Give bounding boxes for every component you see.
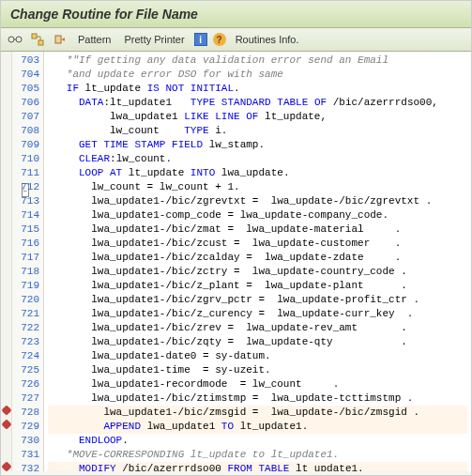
code-line[interactable]: GET TIME STAMP FIELD lw_stamp. (48, 138, 467, 152)
line-number: 723 (14, 335, 39, 349)
line-number: 716 (14, 237, 39, 251)
pretty-printer-button[interactable]: Pretty Printer (120, 34, 188, 45)
svg-rect-3 (38, 40, 43, 45)
code-line[interactable]: DATA:lt_update1 TYPE STANDARD TABLE OF /… (48, 96, 467, 110)
margin-row[interactable] (1, 136, 11, 150)
line-number: 731 (14, 448, 39, 462)
code-line[interactable]: *MOVE-CORRESPONDING lt_update to lt_upda… (48, 448, 467, 462)
code-line[interactable]: lwa_update1-/bic/zcust = lwa_update-cust… (48, 237, 467, 251)
margin-row[interactable] (1, 404, 11, 418)
margin-row[interactable] (1, 249, 11, 263)
code-line[interactable]: CLEAR:lw_count. (48, 152, 467, 166)
margin-row[interactable] (1, 390, 11, 404)
code-line[interactable]: lwa_update1-/bic/z_curency = lwa_update-… (48, 307, 467, 321)
code-line[interactable]: lwa_update1-/bic/zqty = lwa_update-qty . (48, 335, 467, 349)
margin-row[interactable] (1, 122, 11, 136)
margin-row[interactable] (1, 80, 11, 94)
line-number: 728 (14, 406, 39, 420)
window-header: Change Routine for File Name (1, 1, 471, 28)
margin-row[interactable] (1, 432, 11, 446)
margin-row[interactable] (1, 52, 11, 66)
code-line[interactable]: lwa_update1-time = sy-uzeit. (48, 363, 467, 377)
margin-row[interactable] (1, 319, 11, 333)
margin-row[interactable] (1, 178, 11, 192)
code-line[interactable]: lwa_update1-/bic/zgrv_pctr = lwa_update-… (48, 293, 467, 307)
margin-row[interactable] (1, 376, 11, 390)
code-line[interactable]: *"If getting any data validation error s… (48, 54, 467, 68)
margin-row[interactable] (1, 207, 11, 221)
margin-row[interactable] (1, 150, 11, 164)
code-line[interactable]: LOOP AT lt_update INTO lwa_update. (48, 166, 467, 180)
breakpoint-margin[interactable] (1, 52, 12, 471)
margin-row[interactable] (1, 361, 11, 376)
info-icon[interactable]: i (194, 33, 207, 46)
code-line[interactable]: MODIFY /bic/azerrrdso00 FROM TABLE lt_up… (48, 462, 467, 471)
line-number: 715 (14, 223, 39, 237)
line-number: 704 (14, 68, 39, 82)
margin-row[interactable] (1, 446, 11, 460)
code-line[interactable]: lwa_update1-/bic/zcalday = lwa_update-zd… (48, 251, 467, 265)
breakpoint-icon[interactable] (1, 405, 11, 415)
margin-row[interactable] (1, 333, 11, 347)
code-line[interactable]: lwa_update1-/bic/z_plant = lwa_update-pl… (48, 279, 467, 293)
margin-row[interactable] (1, 418, 11, 432)
code-line[interactable]: lwa_update1-date0 = sy-datum. (48, 349, 467, 363)
margin-row[interactable] (1, 291, 11, 305)
breakpoint-icon[interactable] (1, 419, 11, 429)
code-line[interactable]: lwa_update1-/bic/zrev = lwa_update-rev_a… (48, 321, 467, 335)
margin-row[interactable] (1, 94, 11, 108)
routines-info-button[interactable]: Routines Info. (232, 34, 303, 45)
margin-row[interactable] (1, 164, 11, 178)
code-line[interactable]: lw_count = lw_count + 1. (48, 180, 467, 194)
margin-row[interactable] (1, 347, 11, 361)
line-number: 726 (14, 377, 39, 392)
svg-point-1 (16, 37, 22, 42)
code-line[interactable]: lwa_update1-/bic/zmsgid = lwa_update-/bi… (48, 406, 467, 420)
margin-row[interactable] (1, 263, 11, 277)
code-line[interactable]: ENDLOOP. (48, 434, 467, 448)
margin-row[interactable] (1, 66, 11, 80)
margin-row[interactable] (1, 305, 11, 319)
line-number: 721 (14, 307, 39, 321)
margin-row[interactable] (1, 221, 11, 235)
line-number: 720 (14, 293, 39, 307)
code-line[interactable]: *and update error DSO for with same (48, 68, 467, 82)
pattern-button[interactable]: Pattern (74, 34, 114, 45)
where-used-icon[interactable] (29, 31, 46, 48)
code-line[interactable]: IF lt_update IS NOT INITIAL. (48, 82, 467, 96)
margin-row[interactable] (1, 192, 11, 207)
line-number: 705 (14, 82, 39, 96)
code-editor[interactable]: 703704705706707708709710711−712713714715… (1, 52, 471, 471)
line-number: 710 (14, 152, 39, 166)
warning-icon[interactable]: ? (213, 33, 226, 46)
line-number: 711− (14, 166, 39, 180)
margin-row[interactable] (1, 235, 11, 249)
code-line[interactable]: lwa_update1-/bic/zmat = lwa_update-mater… (48, 223, 467, 237)
code-line[interactable]: lwa_update1-recordmode = lw_count . (48, 377, 467, 392)
toolbar: Pattern Pretty Printer i ? Routines Info… (1, 28, 471, 52)
code-content[interactable]: *"If getting any data validation error s… (44, 52, 471, 471)
line-number: 722 (14, 321, 39, 335)
glasses-icon[interactable] (7, 31, 23, 48)
breakpoint-icon[interactable] (1, 461, 11, 471)
code-line[interactable]: lwa_update1-/bic/zgrevtxt = lwa_update-/… (48, 194, 467, 208)
code-line[interactable]: lwa_update1-comp_code = lwa_update-compa… (48, 208, 467, 223)
line-number: 718 (14, 265, 39, 279)
line-number: 727 (14, 392, 39, 406)
activate-icon[interactable] (52, 31, 69, 48)
margin-row[interactable] (1, 277, 11, 291)
code-line[interactable]: APPEND lwa_update1 TO lt_update1. (48, 420, 467, 434)
line-number: 714 (14, 208, 39, 223)
line-number: 713 (14, 194, 39, 208)
line-number: 732 (14, 462, 39, 471)
margin-row[interactable] (1, 108, 11, 122)
code-line[interactable]: lw_count TYPE i. (48, 124, 467, 138)
margin-row[interactable] (1, 460, 11, 471)
line-number: 719 (14, 279, 39, 293)
code-line[interactable]: lwa_update1-/bic/zctry = lwa_update-coun… (48, 265, 467, 279)
page-title: Change Routine for File Name (10, 7, 462, 22)
code-line[interactable]: lwa_update1-/bic/ztimstmp = lwa_update-t… (48, 392, 467, 406)
line-number: 706 (14, 96, 39, 110)
code-line[interactable]: lwa_update1 LIKE LINE OF lt_update, (48, 110, 467, 124)
line-number: 717 (14, 251, 39, 265)
